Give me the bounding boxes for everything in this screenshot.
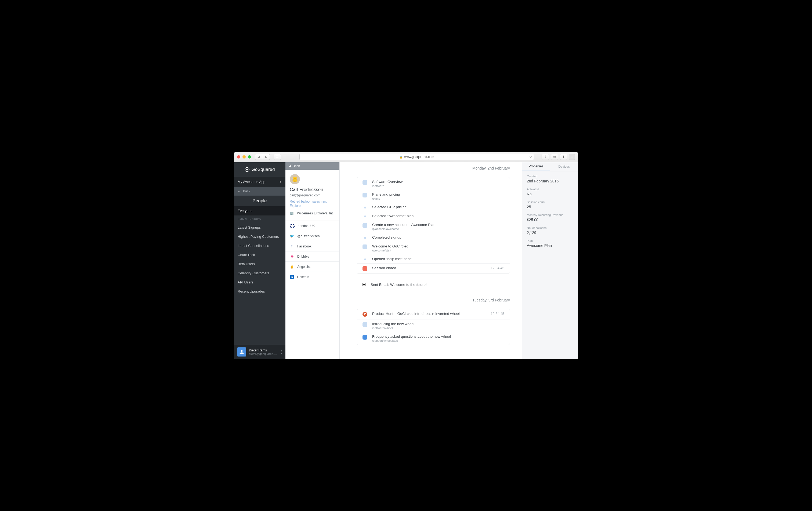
event-path: /plans/join/awesome <box>372 227 504 230</box>
profile-link[interactable]: inLinkedIn <box>285 272 340 282</box>
event-dot-icon <box>364 207 366 208</box>
timeline-event[interactable]: Opened "help me!" panel <box>357 254 510 263</box>
tabs-button[interactable]: ⧉ <box>551 154 558 160</box>
profile-link[interactable]: 🐦@c_fredricksen <box>285 231 340 241</box>
sidebar-item[interactable]: Beta Users <box>234 259 285 269</box>
sidebar-toggle-button[interactable]: ☰ <box>273 154 281 160</box>
property-item: Monthly Recurring Revenue£25.00 <box>522 210 578 223</box>
property-item: Created2nd February 2015 <box>522 171 578 184</box>
session-card: Software Overview/softwarePlans and pric… <box>357 177 510 274</box>
session-end-icon <box>362 266 367 271</box>
property-value: Awesome Plan <box>527 244 573 248</box>
properties-panel: Properties Devices Created2nd February 2… <box>522 162 578 359</box>
profile-link[interactable]: fFacebook <box>285 241 340 251</box>
profile-back-button[interactable]: ◀ Back <box>285 162 340 170</box>
expand-icon: ▴▾ <box>281 349 282 354</box>
profile-link-label: @c_fredricksen <box>297 234 320 238</box>
property-value: 2,129 <box>527 230 573 235</box>
sidebar-item[interactable]: Latest Cancellations <box>234 241 285 250</box>
traffic-lights <box>237 155 251 159</box>
profile-link-label: Dribbble <box>297 255 309 258</box>
timeline-event[interactable]: Plans and pricing/plans <box>357 190 510 203</box>
event-dot-icon <box>364 216 366 217</box>
property-label: Activated <box>527 188 573 191</box>
page-icon <box>362 335 367 340</box>
event-time: 12:34:45 <box>491 312 504 316</box>
sidebar-item[interactable]: Everyone <box>234 206 285 216</box>
event-title: Sent Email: Welcome to the future! <box>371 283 427 287</box>
browser-forward-button[interactable]: ▶ <box>262 154 270 160</box>
property-item: PlanAwesome Plan <box>522 236 578 249</box>
timeline-event[interactable]: PProduct Hunt – GoCircled introduces rei… <box>357 309 510 319</box>
timeline-event[interactable]: Welcome to GoCircled!/welcome/start <box>357 242 510 254</box>
arrow-left-icon: ← <box>238 190 241 193</box>
browser-back-button[interactable]: ◀ <box>255 154 262 160</box>
profile-link[interactable]: ◉Dribbble <box>285 251 340 261</box>
event-title: Selected "Awesome" plan <box>372 214 504 218</box>
sidebar-back-label: Back <box>243 190 250 193</box>
page-icon <box>362 180 367 185</box>
event-path: /support/wheel/faqs <box>372 339 504 342</box>
timeline-event[interactable]: Selected "Awesome" plan <box>357 211 510 220</box>
event-path: /software/wheel <box>372 327 504 330</box>
profile-link-label: London, UK <box>298 224 315 228</box>
close-window-icon[interactable] <box>237 155 240 159</box>
tab-devices[interactable]: Devices <box>550 162 578 171</box>
sidebar-back[interactable]: ← Back <box>234 187 285 196</box>
timeline-event[interactable]: Completed signup <box>357 233 510 242</box>
event-title: Create a new account – Awesome Plan <box>372 223 504 227</box>
mail-icon: M <box>362 282 366 287</box>
profile-link[interactable]: London, UK <box>285 221 340 231</box>
current-user-name: Dieter Rams <box>249 348 278 352</box>
profile-link[interactable]: ✌AngelList <box>285 261 340 272</box>
timeline-event[interactable]: Frequently asked questions about the new… <box>357 332 510 345</box>
sidebar-item[interactable]: Celebrity Customers <box>234 269 285 278</box>
maximize-window-icon[interactable] <box>248 155 251 159</box>
timeline-event[interactable]: Create a new account – Awesome Plan/plan… <box>357 220 510 233</box>
property-item: No. of balloons2,129 <box>522 223 578 236</box>
url-bar[interactable]: 🔒 www.gosquared.com ⟳ <box>299 154 534 160</box>
brand-text: GoSquared <box>252 167 275 172</box>
chevron-left-icon: ◀ <box>289 164 291 168</box>
event-title: Frequently asked questions about the new… <box>372 335 504 339</box>
brand[interactable]: GoSquared <box>234 162 285 177</box>
event-title: Completed signup <box>372 235 504 239</box>
chevron-down-icon: ▼ <box>279 180 282 183</box>
property-label: Created <box>527 175 573 178</box>
section-title: People <box>234 196 285 206</box>
profile-company: 🏢 Wilderness Explorers, Inc. <box>290 211 335 216</box>
profile-panel: ◀ Back 👴 Carl Fredricksen carl@gosquared… <box>285 162 340 359</box>
timeline-event[interactable]: Introducing the new wheel/software/wheel <box>357 319 510 332</box>
profile-link-label: AngelList <box>297 265 311 269</box>
timeline-event[interactable]: Software Overview/software <box>357 177 510 190</box>
profile-email: carl@gosquared.com <box>290 194 335 197</box>
sidebar-item[interactable]: API Users <box>234 278 285 287</box>
event-title: Introducing the new wheel <box>372 322 504 326</box>
activity-timeline[interactable]: Monday, 2nd FebruarySoftware Overview/so… <box>340 162 522 359</box>
event-title: Product Hunt – GoCircled introduces rein… <box>372 312 486 316</box>
profile-company-label: Wilderness Explorers, Inc. <box>297 211 334 215</box>
sidebar-item[interactable]: Churn Risk <box>234 250 285 259</box>
sidebar: GoSquared My Awesome App ▼ ← Back People… <box>234 162 285 359</box>
tab-properties[interactable]: Properties <box>522 162 550 171</box>
new-tab-button[interactable]: + <box>569 154 575 160</box>
linkedin-icon: in <box>290 275 294 279</box>
timeline-event[interactable]: Session ended12:34:45 <box>357 263 510 274</box>
share-button[interactable]: ⇪ <box>542 154 549 160</box>
property-item: ActivatedNo <box>522 184 578 197</box>
timeline-event[interactable]: Selected GBP pricing <box>357 203 510 211</box>
app-selector-label: My Awesome App <box>238 180 265 184</box>
reload-icon[interactable]: ⟳ <box>529 155 532 159</box>
app-selector[interactable]: My Awesome App ▼ <box>234 177 285 187</box>
event-title: Welcome to GoCircled! <box>372 244 504 248</box>
sidebar-item[interactable]: Highest Paying Customers <box>234 232 285 241</box>
sidebar-item[interactable]: Recent Upgrades <box>234 287 285 296</box>
building-icon: 🏢 <box>290 211 294 215</box>
sidebar-item[interactable]: Latest Signups <box>234 223 285 232</box>
minimize-window-icon[interactable] <box>242 155 246 159</box>
event-dot-icon <box>364 237 366 239</box>
current-user[interactable]: Dieter Rams dieter@gosquared.… ▴▾ <box>234 345 285 359</box>
event-title: Software Overview <box>372 180 504 184</box>
timeline-event[interactable]: MSent Email: Welcome to the future! <box>351 281 510 289</box>
downloads-button[interactable]: ⬇ <box>560 154 568 160</box>
